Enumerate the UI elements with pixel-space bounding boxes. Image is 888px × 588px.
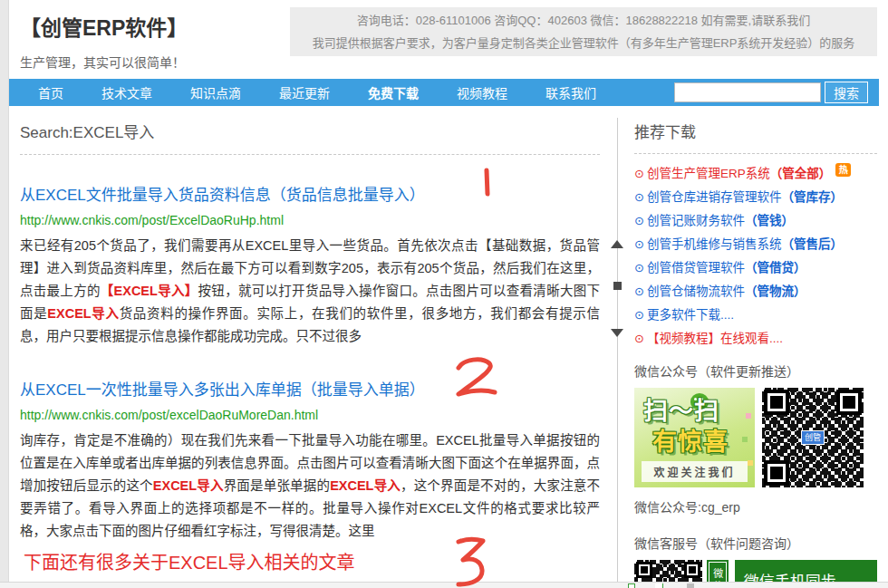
wechat-public-caption: 微信公众号:cg_erp xyxy=(634,497,877,516)
nav-search: 搜索 xyxy=(674,82,868,103)
hot-badge: 热 xyxy=(835,163,851,177)
window-left-edge xyxy=(0,0,9,588)
site-title: 【创管ERP软件】 xyxy=(20,11,188,42)
article-excerpt: 询库存，肯定是不准确的）现在我们先来看一下批量导入功能在哪里。EXCEL批量导入… xyxy=(20,429,600,543)
article-title-link[interactable]: 从EXCEL一次性批量导入多张出入库单据（批量导入单据） xyxy=(20,377,600,400)
download-link[interactable]: ⊙创管借贷管理软件（管借贷） xyxy=(634,256,877,280)
article-excerpt: 来已经有205个货品了，我们需要再从EXCEL里导入一些货品。首先依次点击【基础… xyxy=(20,235,600,348)
bullet-icon: ⊙ xyxy=(634,261,644,275)
scroll-up-arrow[interactable] xyxy=(611,240,623,248)
wechat-service-heading: 微信客服号（软件问题咨询） xyxy=(634,534,877,552)
bullet-icon: ⊙ xyxy=(634,332,644,345)
search-results-heading: Search:EXCEL导入 xyxy=(20,120,600,142)
qr-finder-icon xyxy=(764,390,789,415)
bullet-icon: ⊙ xyxy=(634,284,644,298)
contact-line-1: 咨询电话：028-61101006 咨询QQ：402603 微信：1862882… xyxy=(357,11,810,30)
nav-items: 首页技术文章知识点滴最近更新免费下载视频教程联系我们 xyxy=(38,83,634,101)
download-link[interactable]: ⊙创管生产管理ERP系统（管全部）热 xyxy=(634,162,877,186)
results-divider xyxy=(20,154,600,155)
nav-item[interactable]: 知识点滴 xyxy=(190,83,241,101)
navbar: 首页技术文章知识点滴最近更新免费下载视频教程联系我们 搜索 xyxy=(9,79,879,106)
footer-strip xyxy=(0,582,888,588)
promo-text: 下面还有很多关于EXCEL导入相关的文章 xyxy=(20,548,600,574)
bullet-icon: ⊙ xyxy=(634,190,644,204)
download-link[interactable]: ⊙更多软件下载.... xyxy=(634,304,877,327)
qr-code-public: 创管 xyxy=(762,388,864,487)
search-input[interactable] xyxy=(674,82,821,102)
qr-finder-icon xyxy=(836,390,862,415)
scrollbar-track xyxy=(617,118,618,588)
bullet-icon: ⊙ xyxy=(634,237,644,251)
bullet-icon: ⊙ xyxy=(634,167,644,180)
bullet-icon: ⊙ xyxy=(634,214,644,227)
nav-item[interactable]: 免费下载 xyxy=(368,83,419,101)
search-result: 从EXCEL文件批量导入货品资料信息（货品信息批量导入）http://www.c… xyxy=(20,182,600,348)
page: 【创管ERP软件】 生产管理，其实可以很简单！ 咨询电话：028-6110100… xyxy=(0,0,888,588)
footer-partial-icons xyxy=(628,583,635,588)
main-column: Search:EXCEL导入 从EXCEL文件批量导入货品资料信息（货品信息批量… xyxy=(20,120,600,588)
qr-finder-icon xyxy=(764,460,789,486)
qr-finder-icon xyxy=(684,562,700,578)
download-list: ⊙创管生产管理ERP系统（管全部）热⊙创管仓库进销存管理软件（管库存）⊙创管记账… xyxy=(634,162,877,351)
search-result: 从EXCEL一次性批量导入多张出入库单据（批量导入单据）http://www.c… xyxy=(20,377,600,543)
article-list: 从EXCEL文件批量导入货品资料信息（货品信息批量导入）http://www.c… xyxy=(20,182,600,543)
nav-item[interactable]: 技术文章 xyxy=(101,83,152,101)
sidebar-divider xyxy=(634,153,877,154)
nav-item[interactable]: 最近更新 xyxy=(279,83,330,101)
wechat-promo-image: 扫～扫 有惊喜 欢迎关注我们 xyxy=(634,388,755,487)
nav-item[interactable]: 联系我们 xyxy=(545,83,596,101)
follow-strip: 欢迎关注我们 xyxy=(642,461,748,482)
search-button[interactable]: 搜索 xyxy=(825,82,868,103)
site-brand: 【创管ERP软件】 生产管理，其实可以很简单！ xyxy=(20,11,188,71)
download-link[interactable]: ⊙【视频教程】在线观看.... xyxy=(634,327,877,351)
article-url[interactable]: http://www.cnkis.com/post/ExcelDaoRuHp.h… xyxy=(20,213,600,227)
bullet-icon: ⊙ xyxy=(634,308,644,322)
scroll-down-arrow[interactable] xyxy=(611,329,623,337)
site-subtitle: 生产管理，其实可以很简单！ xyxy=(20,53,188,71)
download-link[interactable]: ⊙创管仓库进销存管理软件（管库存） xyxy=(634,186,877,209)
wechat-public-heading: 微信公众号（软件更新推送） xyxy=(634,361,877,380)
contact-box: 咨询电话：028-61101006 咨询QQ：402603 微信：1862882… xyxy=(290,7,877,56)
download-link[interactable]: ⊙创管记账财务软件（管钱） xyxy=(634,209,877,233)
sidebar: 推荐下载 ⊙创管生产管理ERP系统（管全部）热⊙创管仓库进销存管理软件（管库存）… xyxy=(634,120,877,588)
scroll-handle[interactable] xyxy=(613,282,622,290)
qr-center-tag: 创管 xyxy=(801,430,825,445)
nav-item[interactable]: 首页 xyxy=(38,83,63,101)
confetti-decoration xyxy=(746,413,751,419)
wechat-public-row: 扫～扫 有惊喜 欢迎关注我们 创管 xyxy=(634,388,877,487)
download-link[interactable]: ⊙创管手机维修与销售系统（管售后） xyxy=(634,233,877,256)
article-url[interactable]: http://www.cnkis.com/post/excelDaoRuMore… xyxy=(20,408,600,422)
article-title-link[interactable]: 从EXCEL文件批量导入货品资料信息（货品信息批量导入） xyxy=(20,182,600,205)
nav-item[interactable]: 视频教程 xyxy=(457,83,507,101)
downloads-heading: 推荐下载 xyxy=(634,120,877,142)
contact-line-2: 我司提供根据客户要求，为客户量身定制各类企业管理软件（有多年生产管理ERP系统开… xyxy=(313,34,855,53)
scan-line-2: 有惊喜 xyxy=(652,422,729,458)
qr-finder-icon xyxy=(636,562,652,578)
download-link[interactable]: ⊙创管仓储物流软件（管物流） xyxy=(634,280,877,304)
